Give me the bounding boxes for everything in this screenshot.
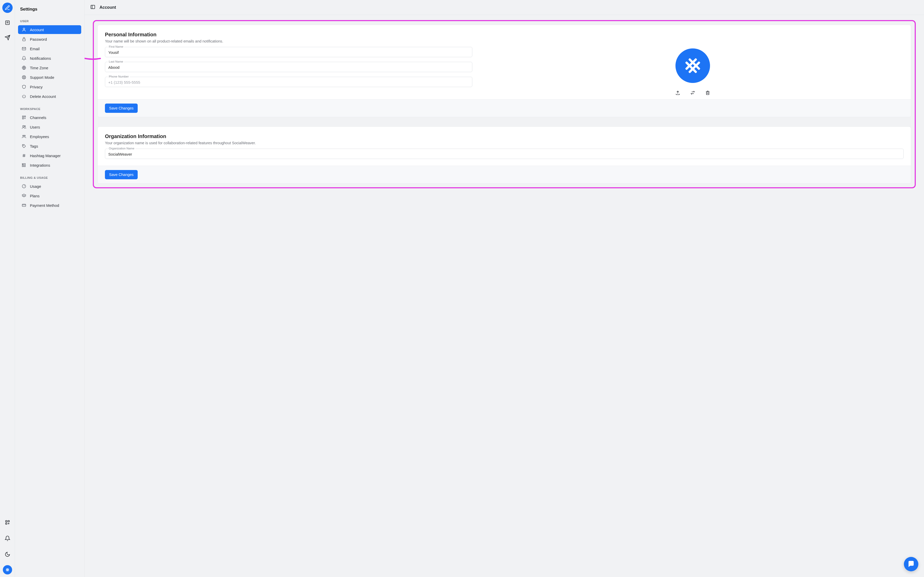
nav-support-mode[interactable]: Support Mode — [18, 73, 81, 82]
first-name-input[interactable] — [108, 49, 469, 55]
first-name-field[interactable]: First Name — [105, 47, 472, 57]
settings-title: Settings — [18, 5, 81, 19]
feed-icon — [5, 20, 10, 26]
compose-button[interactable] — [2, 3, 13, 13]
toggle-sidebar-button[interactable] — [90, 4, 95, 10]
highlight-annotation: Personal Information Your name will be s… — [93, 20, 916, 188]
globe-icon — [22, 65, 26, 70]
svg-rect-16 — [23, 118, 24, 119]
nav-hashtag-manager[interactable]: Hashtag Manager — [18, 151, 81, 160]
user-icon — [22, 27, 26, 32]
bell-icon — [22, 56, 26, 61]
notifications-button[interactable] — [2, 533, 13, 543]
section-user-label: USER — [18, 19, 81, 25]
feed-button[interactable] — [2, 18, 13, 28]
nav-account[interactable]: Account — [18, 25, 81, 34]
nav-usage[interactable]: Usage — [18, 182, 81, 191]
phone-field[interactable]: Phone Number — [105, 77, 472, 87]
personal-info-title: Personal Information — [105, 32, 904, 38]
svg-point-23 — [23, 145, 23, 145]
phone-input[interactable] — [108, 79, 469, 84]
save-org-button[interactable]: Save Changes — [105, 170, 138, 179]
nav-timezone[interactable]: Time Zone — [18, 63, 81, 72]
topbar: Account — [84, 0, 924, 15]
nav-label: Hashtag Manager — [30, 153, 61, 158]
nav-integrations[interactable]: Integrations — [18, 161, 81, 169]
svg-point-20 — [24, 126, 26, 127]
phone-label: Phone Number — [108, 75, 130, 78]
power-icon — [22, 94, 26, 99]
org-name-field[interactable]: Organization Name — [105, 148, 904, 159]
svg-line-26 — [23, 154, 24, 157]
employees-icon — [22, 134, 26, 139]
nav-label: Tags — [30, 144, 38, 148]
svg-rect-15 — [24, 116, 26, 117]
weave-icon — [683, 56, 703, 76]
puzzle-icon — [22, 163, 26, 168]
lock-icon — [22, 37, 26, 42]
svg-rect-3 — [5, 521, 7, 522]
nav-password[interactable]: Password — [18, 35, 81, 44]
nav-label: Notifications — [30, 56, 51, 61]
delete-avatar-button[interactable] — [704, 89, 711, 97]
nav-notifications[interactable]: Notifications — [18, 54, 81, 63]
apps-button[interactable] — [2, 517, 13, 527]
nav-plans[interactable]: Plans — [18, 192, 81, 200]
mail-icon — [22, 47, 26, 51]
tag-icon — [22, 144, 26, 148]
nav-email[interactable]: Email — [18, 44, 81, 53]
upload-avatar-button[interactable] — [674, 89, 682, 97]
apps-icon — [5, 519, 10, 525]
svg-point-8 — [23, 28, 25, 30]
lifebuoy-icon — [22, 75, 26, 80]
save-personal-button[interactable]: Save Changes — [105, 103, 138, 113]
svg-point-22 — [24, 135, 26, 137]
hash-icon — [22, 153, 26, 158]
nav-label: Employees — [30, 134, 49, 139]
org-info-desc: Your organization name is used for colla… — [105, 141, 904, 145]
org-name-input[interactable] — [108, 151, 900, 156]
moon-icon — [5, 551, 10, 557]
page-title: Account — [100, 5, 116, 10]
nav-label: Users — [30, 125, 40, 129]
svg-rect-5 — [5, 523, 7, 524]
personal-info-desc: Your name will be shown on all product-r… — [105, 39, 904, 43]
nav-label: Channels — [30, 115, 46, 120]
swap-avatar-button[interactable] — [689, 89, 696, 97]
nav-label: Privacy — [30, 85, 42, 89]
last-name-input[interactable] — [108, 64, 469, 69]
svg-rect-9 — [23, 39, 26, 41]
nav-tags[interactable]: Tags — [18, 142, 81, 150]
nav-users[interactable]: Users — [18, 122, 81, 131]
nav-label: Payment Method — [30, 203, 59, 208]
nav-payment-method[interactable]: Payment Method — [18, 201, 81, 210]
svg-rect-4 — [8, 521, 9, 522]
grid-icon — [22, 115, 26, 120]
avatar — [675, 48, 710, 83]
nav-channels[interactable]: Channels — [18, 113, 81, 122]
svg-rect-29 — [22, 204, 26, 206]
card-icon — [22, 203, 26, 208]
icon-rail — [0, 0, 15, 577]
first-name-label: First Name — [108, 45, 124, 48]
compose-icon — [5, 5, 10, 11]
nav-delete-account[interactable]: Delete Account — [18, 92, 81, 101]
nav-label: Time Zone — [30, 66, 48, 70]
last-name-field[interactable]: Last Name — [105, 62, 472, 72]
app-logo[interactable] — [3, 565, 12, 574]
upload-icon — [675, 90, 680, 95]
chat-fab[interactable] — [904, 557, 918, 571]
users-icon — [22, 125, 26, 129]
svg-point-13 — [23, 76, 25, 78]
svg-point-19 — [23, 126, 24, 127]
chat-icon — [907, 560, 915, 568]
theme-button[interactable] — [2, 549, 13, 559]
nav-privacy[interactable]: Privacy — [18, 82, 81, 91]
send-button[interactable] — [2, 32, 13, 43]
nav-label: Plans — [30, 194, 40, 198]
send-icon — [5, 35, 10, 40]
nav-label: Usage — [30, 184, 41, 189]
nav-label: Support Mode — [30, 75, 54, 80]
nav-label: Integrations — [30, 163, 50, 168]
nav-employees[interactable]: Employees — [18, 132, 81, 141]
